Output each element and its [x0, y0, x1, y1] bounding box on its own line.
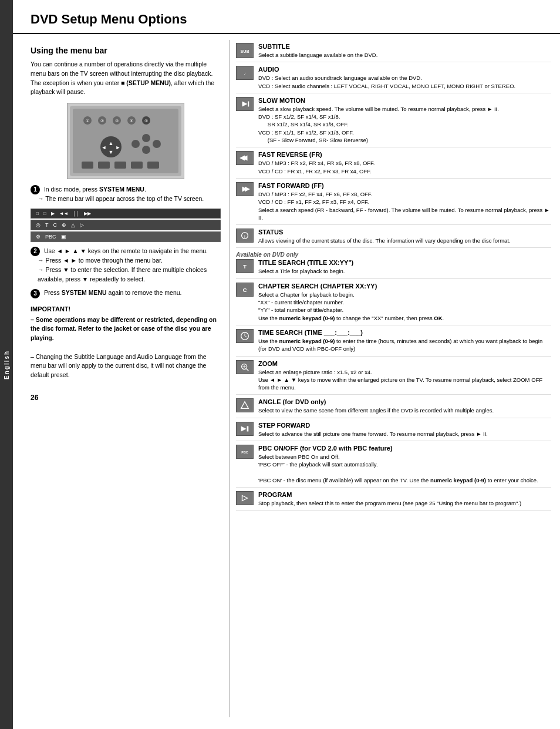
menu-item-subtitle: SUB SUBTITLE Select a subtitle language … [236, 43, 551, 62]
fast-forward-desc: DVD / MP3 : FF x2, FF x4, FF x6, FF x8, … [258, 190, 551, 221]
pbc-desc: Select between PBC On and Off. 'PBC OFF'… [258, 453, 551, 484]
side-tab-label: English [4, 350, 10, 379]
side-tab: English [0, 0, 13, 729]
step-2-text: Use ◄ ► ▲ ▼ keys on the remote to naviga… [44, 247, 208, 254]
step-3-num: 3 [31, 289, 40, 298]
setup-menu-ref: ■ (SETUP MENU) [121, 79, 171, 86]
angle-content: ANGLE (for DVD only) Select to view the … [258, 398, 551, 414]
fast-reverse-desc: DVD / MP3 : FR x2, FR x4, FR x6, FR x8, … [258, 159, 551, 175]
remote-image: ① ② ③ ④ ⑤ ▲ ▼ ◄ ► [67, 103, 184, 179]
page-title: DVD Setup Menu Options [13, 12, 560, 34]
menu-item-time-search: TIME SEARCH (TIME ___:___:___) Use the n… [236, 329, 551, 357]
title-search-content: TITLE SEARCH (TITLE XX:YY") Select a Tit… [258, 259, 551, 275]
page-number: 26 [31, 385, 221, 402]
subtitle-content: SUBTITLE Select a subtitle language avai… [258, 43, 551, 59]
svg-rect-21 [82, 162, 93, 169]
svg-text:►: ► [116, 145, 121, 150]
menu-item-fast-forward: FAST FORWARD (FF) DVD / MP3 : FF x2, FF … [236, 182, 551, 225]
svg-point-17 [142, 134, 150, 142]
step-1-num: 1 [31, 185, 40, 194]
step-1-arrow: → The menu bar will appear across the to… [31, 194, 221, 204]
section-heading: Using the menu bar [31, 46, 221, 55]
audio-icon: ♪ [236, 66, 254, 80]
status-desc: Allows viewing of the current status of … [258, 237, 551, 244]
important-text: – Some operations may be different or re… [31, 315, 221, 380]
chapter-search-desc: Select a Chapter for playback to begin. … [258, 291, 551, 322]
pbc-content: PBC ON/OFF (for VCD 2.0 with PBC feature… [258, 445, 551, 484]
menu-item-zoom: ZOOM Select an enlarge picture ratio : x… [236, 360, 551, 395]
svg-point-18 [153, 140, 161, 148]
chapter-search-title: CHAPTER SEARCH (CHAPTER XX:YY) [258, 283, 551, 290]
audio-title: AUDIO [258, 66, 551, 73]
svg-rect-32 [248, 101, 249, 106]
svg-text:PBC: PBC [241, 451, 248, 454]
svg-rect-62 [239, 493, 250, 503]
zoom-icon [236, 360, 254, 374]
svg-rect-59 [247, 426, 249, 431]
svg-text:④: ④ [130, 119, 133, 123]
fast-reverse-content: FAST REVERSE (FR) DVD / MP3 : FR x2, FR … [258, 151, 551, 175]
svg-text:①: ① [86, 119, 89, 123]
fast-reverse-title: FAST REVERSE (FR) [258, 151, 551, 158]
svg-text:◄: ◄ [102, 145, 107, 150]
audio-desc: DVD : Select an audio soundtrack languag… [258, 74, 551, 90]
step-forward-icon [236, 422, 254, 436]
svg-point-19 [142, 146, 150, 154]
step-2-arrow2: → Press ▼ to enter the selection. If the… [31, 266, 221, 284]
subtitle-desc: Select a subtitle language available on … [258, 51, 551, 59]
program-title: PROGRAM [258, 491, 551, 498]
step-forward-title: STEP FORWARD [258, 422, 551, 429]
subtitle-title: SUBTITLE [258, 43, 551, 50]
step-1: 1 In disc mode, press SYSTEM MENU. → The… [31, 185, 221, 204]
menubar-strip-3: ⚙PBC▣ [31, 231, 221, 242]
chapter-search-icon: C [236, 283, 254, 297]
menu-item-audio: ♪ AUDIO DVD : Select an audio soundtrack… [236, 66, 551, 93]
fast-forward-icon [236, 182, 254, 196]
pbc-title: PBC ON/OFF (for VCD 2.0 with PBC feature… [258, 445, 551, 452]
menu-item-chapter-search: C CHAPTER SEARCH (CHAPTER XX:YY) Select … [236, 283, 551, 325]
left-column: Using the menu bar You can continue a nu… [13, 40, 230, 717]
subtitle-icon: SUB [236, 43, 254, 58]
svg-rect-25 [147, 162, 159, 169]
svg-text:▲: ▲ [109, 140, 114, 146]
step-2-arrow1: → Press ◄ ► to move through the menu bar… [31, 256, 221, 266]
menu-item-pbc: PBC PBC ON/OFF (for VCD 2.0 with PBC fea… [236, 445, 551, 488]
svg-text:⑤: ⑤ [144, 119, 148, 123]
svg-text:▼: ▼ [109, 149, 114, 155]
chapter-search-content: CHAPTER SEARCH (CHAPTER XX:YY) Select a … [258, 283, 551, 322]
title-search-desc: Select a Title for playback to begin. [258, 267, 551, 275]
time-search-content: TIME SEARCH (TIME ___:___:___) Use the n… [258, 329, 551, 353]
svg-text:T: T [243, 263, 247, 270]
page-container: English DVD Setup Menu Options Using the… [0, 0, 560, 729]
pbc-icon: PBC [236, 445, 254, 459]
audio-content: AUDIO DVD : Select an audio soundtrack l… [258, 66, 551, 90]
status-content: STATUS Allows viewing of the current sta… [258, 229, 551, 244]
menu-item-step-forward: STEP FORWARD Select to advance the still… [236, 422, 551, 441]
menu-item-fast-reverse: FAST REVERSE (FR) DVD / MP3 : FR x2, FR … [236, 151, 551, 179]
step-forward-desc: Select to advance the still picture one … [258, 430, 551, 438]
svg-text:i: i [244, 234, 245, 239]
svg-rect-23 [114, 162, 126, 169]
slow-motion-content: SLOW MOTION Select a slow playback speed… [258, 97, 551, 144]
right-column: SUB SUBTITLE Select a subtitle language … [230, 40, 560, 717]
fast-forward-title: FAST FORWARD (FF) [258, 182, 551, 189]
program-content: PROGRAM Stop playback, then select this … [258, 491, 551, 507]
dvd-only-header: Available on DVD only [236, 251, 551, 258]
status-title: STATUS [258, 229, 551, 236]
angle-icon [236, 398, 254, 412]
menu-item-status: i STATUS Allows viewing of the current s… [236, 229, 551, 248]
svg-text:③: ③ [115, 119, 119, 123]
angle-desc: Select to view the same scene from diffe… [258, 407, 551, 414]
important-box: IMPORTANT! – Some operations may be diff… [31, 305, 221, 380]
svg-text:SUB: SUB [240, 49, 249, 54]
svg-text:C: C [242, 286, 247, 293]
slow-motion-desc: Select a slow playback speed. The volume… [258, 105, 551, 144]
slow-motion-title: SLOW MOTION [258, 97, 551, 104]
step-forward-content: STEP FORWARD Select to advance the still… [258, 422, 551, 438]
fast-forward-content: FAST FORWARD (FF) DVD / MP3 : FF x2, FF … [258, 182, 551, 221]
menubar-area: □□▶◄◄││▶▶ ◎TC⊕△▷ ⚙PBC▣ [31, 209, 221, 242]
program-icon [236, 491, 254, 505]
important-title: IMPORTANT! [31, 305, 221, 313]
zoom-title: ZOOM [258, 360, 551, 367]
title-search-title: TITLE SEARCH (TITLE XX:YY") [258, 259, 551, 266]
